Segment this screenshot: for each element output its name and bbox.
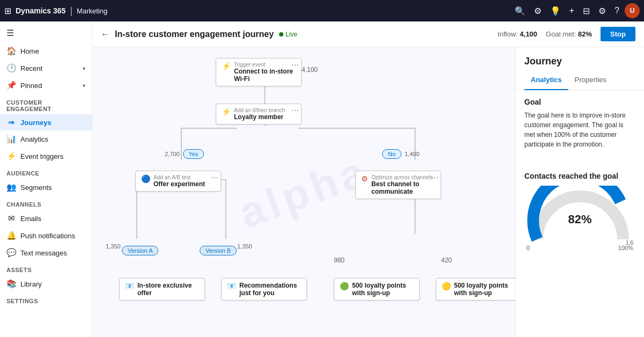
live-badge: Live [279,31,297,38]
live-label: Live [286,31,297,38]
version-a-badge: Version A [122,246,158,255]
optimize-count-980: 980 [334,257,345,264]
ab-test-node[interactable]: 🔵 Add an A/B test Offer experiment ⋯ [135,171,221,192]
trigger-count: 4,100 [302,66,318,74]
main-content: ← In-store customer engagement journey L… [92,21,644,337]
branch-node[interactable]: ⚡ Add an if/then branch Loyalty member ⋯ [216,104,302,124]
optimize-node[interactable]: ⚙ Optimize across channels Best channel … [355,171,441,199]
loyalty-no-node[interactable]: 🟡 500 loyalty points with sign-up [436,278,515,301]
sidebar: ☰ 🏠 Home 🕐 Recent ▾ 📌 Pinned ▾ Customer … [0,21,92,337]
sidebar-item-library[interactable]: 📚 Library [0,275,92,292]
sidebar-item-text[interactable]: 💬 Text messages [0,244,92,261]
no-branch-badge[interactable]: No [382,149,401,159]
tab-properties[interactable]: Properties [568,71,613,90]
sidebar-push-label: Push notifications [20,232,75,240]
sidebar-item-pinned[interactable]: 📌 Pinned ▾ [0,77,92,94]
donut-percentage: 82% [568,213,591,226]
section-label-channels: Channels [0,196,92,210]
branch-node-small-label: Add an if/then branch [234,107,285,113]
sidebar-library-label: Library [20,280,42,288]
loyalty-yes-node[interactable]: 🟢 500 loyalty points with sign-up [334,278,420,301]
sidebar-item-journeys[interactable]: ⇒ Journeys [0,114,92,130]
yes-count: 2,700 [165,151,180,157]
svg-text:1,680: 1,680 [626,240,634,246]
goal-section: Goal The goal here is to improve in-stor… [516,90,644,157]
journeys-icon: ⇒ [6,118,16,127]
donut-chart-container: 1,680 82% [526,186,634,245]
section-label-assets: Assets [0,261,92,275]
sidebar-toggle[interactable]: ☰ [0,24,92,42]
loyalty-yes-icon: 🟢 [340,282,349,290]
help-button[interactable]: ? [611,4,623,18]
section-label-settings: Settings [0,292,92,306]
optimize-node-main-label: Best channel to communicate [371,180,435,195]
section-label-customer-engagement: Customer engagement [0,94,92,114]
sidebar-item-segments[interactable]: 👥 Segments [0,179,92,196]
section-label-audience: Audience [0,165,92,179]
loyalty-no-label: 500 loyalty points with sign-up [454,282,515,297]
topbar-actions: 🔍 ⚙ 💡 + ⊟ ⚙ ? U [511,3,640,18]
sidebar-item-recent[interactable]: 🕐 Recent ▾ [0,60,92,77]
yes-branch-badge[interactable]: Yes [183,149,204,159]
sidebar-emails-label: Emails [20,215,41,223]
branch-node-icon: ⚡ [222,107,231,116]
contacts-section: Contacts reached the goal 1,680 [516,157,644,259]
journey-header: ← In-store customer engagement journey L… [92,21,644,47]
no-branch-area: No 1,400 [382,149,420,159]
sidebar-item-event-triggers[interactable]: ⚡ Event triggers [0,148,92,165]
contacts-section-title: Contacts reached the goal [524,172,635,180]
sidebar-event-triggers-label: Event triggers [20,152,63,160]
app-name: Marketing [77,7,107,15]
version-b-count: 1,350 [237,243,252,250]
pinned-icon: 📌 [6,80,16,90]
sidebar-item-home[interactable]: 🏠 Home [0,42,92,60]
settings-ring-button[interactable]: ⚙ [531,4,545,18]
gear-button[interactable]: ⚙ [595,4,609,18]
segments-icon: 👥 [6,182,16,192]
ab-node-main-label: Offer experiment [153,180,205,188]
ab-node-icon: 🔵 [141,174,150,183]
sidebar-analytics-label: Analytics [20,135,48,143]
sidebar-home-label: Home [20,47,39,55]
goal-text: The goal here is to improve in-store cus… [524,111,635,149]
emails-icon: ✉ [6,214,16,223]
library-icon: 📚 [6,279,16,289]
sidebar-item-analytics[interactable]: 📊 Analytics [0,130,92,148]
tab-analytics[interactable]: Analytics [524,71,568,90]
sidebar-text-label: Text messages [20,249,67,257]
journey-canvas-area[interactable]: alpha [92,47,515,337]
ab-node-small-label: Add an A/B test [153,174,205,180]
optimize-node-icon: ⚙ [361,174,368,183]
optimize-node-more-icon[interactable]: ⋯ [431,173,438,182]
trigger-node[interactable]: ⚡ Trigger event Connect to in-store Wi-F… [216,58,302,86]
offer-a-node[interactable]: 📧 In-store exclusive offer [119,278,205,301]
new-button[interactable]: + [566,4,577,18]
brand-name: Dynamics 365 [16,6,65,15]
sidebar-item-emails[interactable]: ✉ Emails [0,210,92,227]
goal-met-label: Goal met: [546,30,576,38]
goal-title: Goal [524,98,635,106]
header-stats: Inflow: 4,100 Goal met: 82% Stop [497,27,635,41]
branch-node-main-label: Loyalty member [234,113,285,121]
ab-node-more-icon[interactable]: ⋯ [211,173,218,182]
stop-button[interactable]: Stop [601,27,635,41]
loyalty-no-icon: 🟡 [442,282,451,290]
trigger-node-more-icon[interactable]: ⋯ [291,61,299,69]
grid-icon[interactable]: ⊞ [4,6,11,16]
right-panel: Journey Analytics Properties Goal The go… [515,47,644,337]
search-button[interactable]: 🔍 [511,4,529,18]
back-button[interactable]: ← [101,30,109,39]
offer-b-node[interactable]: 📧 Recommendations just for you [221,278,307,301]
sidebar-segments-label: Segments [20,184,52,192]
event-triggers-icon: ⚡ [6,151,16,161]
branch-node-more-icon[interactable]: ⋯ [291,106,299,115]
lightbulb-button[interactable]: 💡 [547,4,564,18]
filter-button[interactable]: ⊟ [580,4,593,18]
recent-expand-icon: ▾ [83,65,85,71]
journey-body: alpha [92,47,644,337]
optimize-count-420: 420 [441,257,452,264]
sidebar-item-push[interactable]: 🔔 Push notifications [0,227,92,244]
user-avatar[interactable]: U [625,3,640,18]
version-b-badge: Version B [200,246,237,255]
inflow-value: 4,100 [520,30,538,38]
